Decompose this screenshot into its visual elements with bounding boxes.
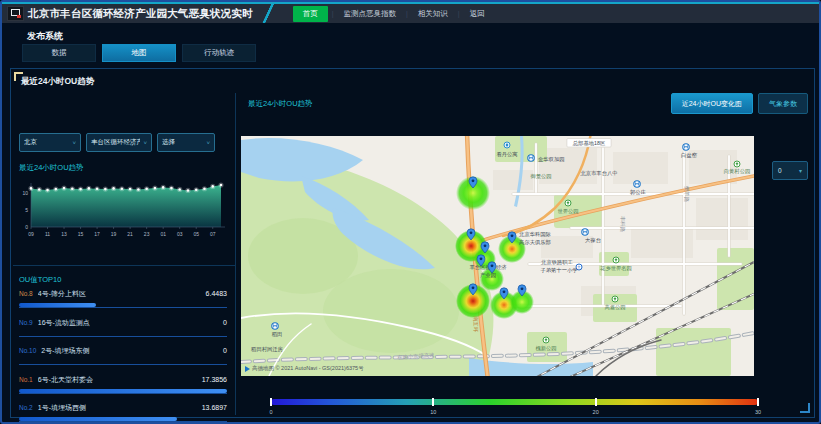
svg-text:0: 0 [25, 224, 28, 230]
map-mode-buttons: 近24小时OU变化图气象参数 [671, 93, 808, 114]
rank-bar-fill [19, 417, 177, 421]
map-label: 南五环 [473, 316, 479, 333]
amap-logo-icon [245, 366, 250, 372]
svg-text:19: 19 [111, 231, 117, 237]
ranking-row-2: No.102号-填埋场东侧0 [19, 346, 227, 375]
right-column: 最近24小时OU趋势 近24小时OU变化图气象参数 [235, 69, 814, 417]
poi-icon [504, 142, 510, 148]
left-column: 北京˅丰台区循环经济产˅选择˅ 最近24小时OU趋势 0510091113151… [13, 93, 236, 415]
rank-value: 6.4483 [206, 290, 227, 297]
rank-number: No.2 [19, 404, 33, 411]
map-label: 稻田 [272, 331, 283, 338]
svg-text:07: 07 [210, 231, 216, 237]
map-label: 高尔夫俱乐部 [519, 239, 551, 246]
map-label: 槐新公园 [535, 345, 556, 352]
metro-icon [528, 155, 534, 161]
colorbar-tick [432, 398, 434, 406]
map-label: 世界公园 [557, 208, 578, 215]
rank-value: 0 [223, 347, 227, 354]
nav-item-1[interactable]: 监测点恶臭指数 [334, 6, 407, 22]
map-label: 白盆窑 [681, 152, 698, 158]
colorbar-tick [595, 398, 597, 406]
map-label: 御景公园 [529, 173, 551, 180]
colorbar-tick [270, 398, 272, 406]
app-title: 北京市丰台区循环经济产业园大气恶臭状况实时 [28, 7, 253, 21]
map-label: 丰科路 [619, 216, 626, 233]
map-label: 向黄村公园 [724, 168, 750, 175]
rank-bar-track [19, 417, 227, 422]
rank-number: No.9 [19, 319, 33, 326]
svg-text:10: 10 [22, 190, 28, 196]
park-icon [612, 296, 618, 302]
rank-number: No.1 [19, 376, 33, 383]
chevron-down-icon: ˅ [143, 140, 147, 146]
filter-select-1[interactable]: 丰台区循环经济产˅ [86, 133, 152, 152]
panel-title: 最近24小时OU趋势 [21, 76, 94, 88]
colorbar-tick-label: 30 [755, 409, 761, 415]
nav-item-2[interactable]: 相关知识 [408, 6, 458, 22]
svg-text:03: 03 [177, 231, 183, 237]
view-tabs: 数据地图行动轨迹 [22, 44, 256, 62]
rank-number: No.8 [19, 290, 33, 297]
map-label: 金华双加园 [538, 156, 564, 163]
rank-site-name: 2号-填埋场东侧 [41, 346, 223, 356]
svg-text:23: 23 [144, 231, 150, 237]
rank-bar-fill [19, 389, 227, 393]
svg-text:5: 5 [25, 207, 28, 213]
map-svg[interactable]: 文 看丹公寓总部基地18区金华双加园御景公园北京市丰台八中白盆窑向黄村公园郭公庄… [241, 136, 754, 376]
map-label: 北京铁路职工 [540, 259, 573, 266]
rank-value: 13.6897 [202, 404, 227, 411]
filter-select-0[interactable]: 北京˅ [19, 133, 81, 152]
rank-value: 17.3856 [202, 376, 227, 383]
rank-bar-fill [19, 303, 96, 307]
tab-0[interactable]: 数据 [22, 44, 96, 62]
map-label: 北京华科国际 [518, 231, 551, 238]
colorbar-tick [757, 398, 759, 406]
metro-icon [582, 229, 588, 235]
map-label: 花乡世界名园 [600, 265, 632, 272]
rank-value: 0 [223, 319, 227, 326]
map-label: 产业园 [480, 272, 496, 279]
ranking-row-1: No.916号-流动监测点0 [19, 318, 227, 347]
nav-item-0[interactable]: 首页 [293, 6, 328, 22]
colorbar-tick-label: 20 [593, 409, 599, 415]
panel-corner-accent-br [800, 403, 810, 413]
filter-select-2[interactable]: 选择˅ [157, 133, 215, 152]
metro-icon [272, 323, 278, 329]
dashboard-page: 北京市丰台区循环经济产业园大气恶臭状况实时 首页|监测点恶臭指数|相关知识|返回… [0, 0, 821, 424]
park-icon [543, 337, 549, 343]
chevron-down-icon: ˅ [72, 140, 76, 146]
trend-chart: 0510091113151719212301030507 [17, 177, 229, 245]
filter-selects: 北京˅丰台区循环经济产˅选择˅ [19, 133, 215, 152]
chevron-down-icon: ▾ [799, 167, 802, 174]
tab-1[interactable]: 地图 [102, 44, 176, 62]
metro-icon [634, 181, 640, 187]
ranking-row-0: No.84号-筛分上料区6.4483 [19, 289, 227, 318]
rank-site-name: 1号-填埋场西侧 [38, 403, 202, 413]
map-label: 看丹公寓 [496, 151, 517, 157]
main-panel: 最近24小时OU趋势 北京˅丰台区循环经济产˅选择˅ 最近24小时OU趋势 05… [10, 68, 815, 418]
svg-text:17: 17 [94, 231, 100, 237]
hour-select-dropdown[interactable]: 0 ▾ [772, 161, 808, 180]
publish-system-label: 发布系统 [27, 30, 63, 43]
tab-2[interactable]: 行动轨迹 [182, 44, 256, 62]
ranking-row-4: No.21号-填埋场西侧13.6897 [19, 403, 227, 424]
ou-rankings-list: No.84号-筛分上料区6.4483No.916号-流动监测点0No.102号-… [19, 289, 227, 424]
nav-item-3[interactable]: 返回 [460, 6, 495, 22]
rank-site-name: 16号-流动监测点 [38, 318, 223, 328]
rank-bar-track [19, 360, 227, 365]
rank-site-name: 6号-北天堂村委会 [38, 375, 202, 385]
svg-text:13: 13 [61, 231, 67, 237]
divider [13, 265, 235, 266]
park-icon [734, 161, 740, 167]
map-mode-button-0[interactable]: 近24小时OU变化图 [671, 93, 753, 114]
heatmap-legend: 0102030 [271, 399, 758, 405]
top10-title: OU值TOP10 [19, 275, 61, 285]
main-nav: 首页|监测点恶臭指数|相关知识|返回 [293, 6, 495, 22]
svg-text:11: 11 [45, 231, 50, 237]
map-container[interactable]: 文 看丹公寓总部基地18区金华双加园御景公园北京市丰台八中白盆窑向黄村公园郭公庄… [241, 136, 754, 376]
rank-bar-track [19, 303, 227, 308]
map-mode-button-1[interactable]: 气象参数 [758, 93, 808, 114]
map-label: 高鑫公园 [604, 304, 625, 311]
metro-icon [683, 144, 689, 150]
